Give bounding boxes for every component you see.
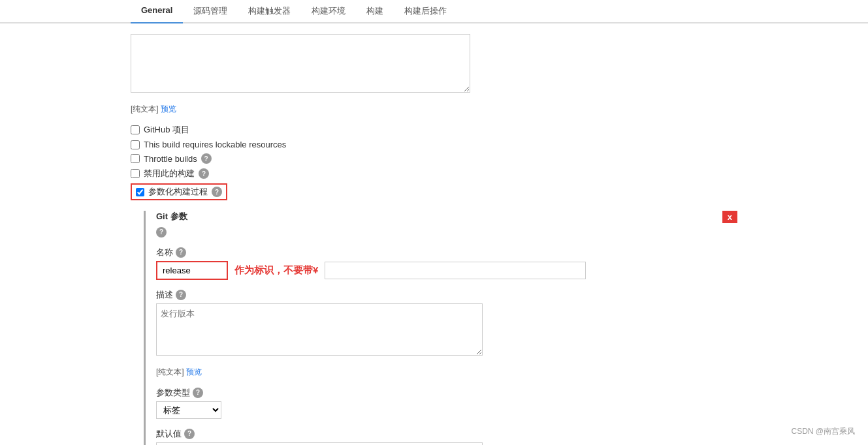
default-value-label-text: 默认值: [156, 428, 182, 440]
name-annotation: 作为标识，不要带¥: [234, 264, 318, 277]
param-type-label-text: 参数类型: [156, 387, 190, 399]
top-description-textarea[interactable]: [131, 34, 470, 93]
page-container: General 源码管理 构建触发器 构建环境 构建 构建后操作 [纯文本] 预…: [0, 0, 868, 445]
disable-help-icon[interactable]: ?: [199, 168, 209, 179]
name-input-full[interactable]: [325, 262, 586, 279]
tab-general[interactable]: General: [131, 0, 183, 23]
watermark: CSDN @南宫乘风: [791, 426, 855, 437]
name-field-row: 名称 ? 作为标识，不要带¥: [156, 247, 855, 280]
top-plain-text-row: [纯文本] 预览: [131, 104, 855, 115]
checkbox-throttle-label: Throttle builds: [144, 154, 197, 164]
name-field-label: 名称 ?: [156, 247, 855, 258]
default-value-field-row: 默认值 ?: [156, 428, 855, 446]
git-params-block: x Git 参数 ? 名称 ? 作为标识，不要带¥: [144, 211, 855, 445]
delete-git-param-button[interactable]: x: [722, 211, 737, 223]
throttle-help-icon[interactable]: ?: [201, 153, 212, 164]
description-preview-link[interactable]: 预览: [186, 367, 202, 376]
checkbox-throttle: Throttle builds ?: [131, 153, 855, 164]
checkbox-disable: 禁用此的构建 ?: [131, 168, 855, 179]
default-value-help-icon[interactable]: ?: [184, 429, 195, 439]
main-content: [纯文本] 预览 GitHub 项目 This build requires l…: [0, 23, 868, 445]
checkbox-lockable-input[interactable]: [131, 140, 140, 149]
git-params-help-icon[interactable]: ?: [156, 227, 167, 238]
top-plain-text-label: [纯文本]: [131, 104, 159, 114]
description-field-label: 描述 ?: [156, 289, 855, 301]
checkbox-param-build-label: 参数化构建过程: [148, 186, 208, 198]
checkbox-lockable: This build requires lockable resources: [131, 140, 855, 149]
checkbox-throttle-input[interactable]: [131, 154, 140, 163]
param-build-help-icon[interactable]: ?: [212, 187, 222, 197]
tab-build-trigger[interactable]: 构建触发器: [238, 0, 301, 23]
description-field-row: 描述 ?: [156, 289, 855, 358]
description-plain-text-row: [纯文本] 预览: [156, 367, 855, 378]
top-preview-link[interactable]: 预览: [161, 104, 176, 114]
param-type-select[interactable]: 标签 分支 修订版本 标记/修订版本: [156, 401, 221, 419]
description-help-icon[interactable]: ?: [176, 290, 186, 300]
tab-source-mgmt[interactable]: 源码管理: [183, 0, 238, 23]
description-label-text: 描述: [156, 289, 173, 301]
top-description-field: [131, 34, 855, 95]
checkbox-github-input[interactable]: [131, 125, 140, 134]
checkbox-param-build-input[interactable]: [136, 188, 144, 196]
name-input-row: 作为标识，不要带¥: [156, 261, 855, 280]
checkboxes-section: GitHub 项目 This build requires lockable r…: [131, 124, 855, 204]
default-value-input[interactable]: [156, 442, 483, 446]
tab-build-env[interactable]: 构建环境: [301, 0, 356, 23]
default-value-label: 默认值 ?: [156, 428, 855, 440]
git-params-title: Git 参数: [156, 211, 855, 222]
name-help-icon[interactable]: ?: [176, 247, 186, 258]
checkbox-disable-label: 禁用此的构建: [144, 168, 195, 179]
param-type-label: 参数类型 ?: [156, 387, 855, 399]
checkbox-disable-input[interactable]: [131, 169, 140, 178]
tab-build[interactable]: 构建: [356, 0, 394, 23]
param-type-field-row: 参数类型 ? 标签 分支 修订版本 标记/修订版本: [156, 387, 855, 419]
checkbox-lockable-label: This build requires lockable resources: [144, 140, 286, 149]
tab-bar: General 源码管理 构建触发器 构建环境 构建 构建后操作: [0, 0, 868, 23]
checkbox-param-build-highlighted: 参数化构建过程 ?: [131, 183, 227, 200]
checkbox-github-label: GitHub 项目: [144, 124, 189, 136]
tab-post-build[interactable]: 构建后操作: [394, 0, 457, 23]
name-label-text: 名称: [156, 247, 173, 258]
description-textarea[interactable]: [156, 303, 483, 356]
description-plain-text-label: [纯文本]: [156, 367, 184, 376]
name-input[interactable]: [156, 261, 228, 280]
checkbox-github: GitHub 项目: [131, 124, 855, 136]
param-type-help-icon[interactable]: ?: [193, 388, 203, 398]
git-params-title-row: Git 参数 ?: [156, 211, 855, 238]
